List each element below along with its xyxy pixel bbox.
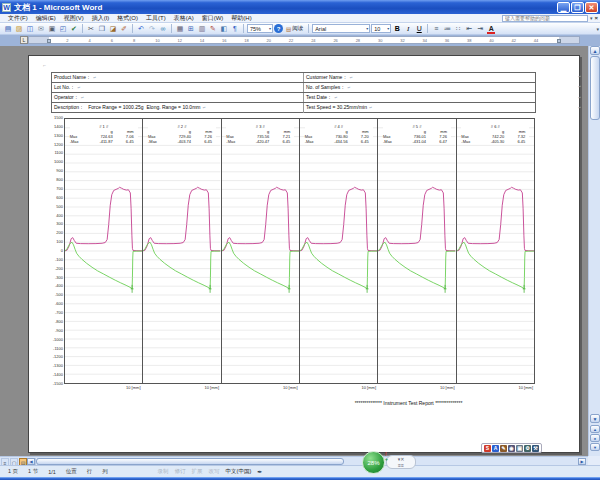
menu-help[interactable]: 帮助(H) bbox=[227, 15, 255, 21]
pen-tool-icon[interactable]: ✎ bbox=[500, 445, 507, 452]
bold-button[interactable]: B bbox=[392, 24, 402, 34]
menu-window[interactable]: 窗口(W) bbox=[198, 15, 228, 21]
minimize-button[interactable]: ▁ bbox=[557, 2, 570, 13]
wrench-tool-icon[interactable]: ⚒ bbox=[532, 445, 539, 452]
document-map-icon[interactable]: ◧ bbox=[219, 24, 229, 34]
cell-text: Operator： bbox=[54, 94, 79, 100]
status-toggle-改写[interactable]: 改写 bbox=[209, 468, 220, 475]
underline-button[interactable]: U bbox=[414, 24, 424, 34]
chevron-down-icon[interactable]: ▾ bbox=[387, 26, 389, 31]
table-cell-left[interactable]: Description： Force Range = 1000.25g Elon… bbox=[52, 103, 304, 113]
reading-layout-button[interactable]: ▤阅读 bbox=[284, 24, 305, 34]
status-toggle-录制[interactable]: 录制 bbox=[158, 468, 169, 475]
title-bar[interactable]: W 文档 1 - Microsoft Word ▁ ❐ ✕ bbox=[0, 0, 600, 14]
help-icon[interactable]: ? bbox=[274, 24, 283, 33]
menu-view[interactable]: 视图(V) bbox=[60, 15, 88, 21]
undo-icon[interactable]: ↶ bbox=[136, 24, 146, 34]
help-question-input[interactable] bbox=[502, 15, 588, 22]
drawing-icon[interactable]: ✎ bbox=[208, 24, 218, 34]
font-name-combobox[interactable]: Arial▾ bbox=[312, 24, 370, 33]
print-preview-icon[interactable]: ◰ bbox=[58, 24, 68, 34]
menu-tools[interactable]: 工具(T) bbox=[142, 15, 170, 21]
settings-tool-icon[interactable]: ⚙ bbox=[524, 445, 531, 452]
scroll-down-icon[interactable]: ▼ bbox=[590, 414, 600, 423]
floating-utility-toolbar[interactable]: SA✎◉▣⚙⚒ bbox=[481, 443, 542, 453]
status-toggle-扩展[interactable]: 扩展 bbox=[192, 468, 203, 475]
table-cell-left[interactable]: Operator：↵ bbox=[52, 93, 304, 102]
bullets-icon[interactable]: ∷ bbox=[453, 24, 463, 34]
format-painter-icon[interactable]: ✐ bbox=[119, 24, 129, 34]
menu-edit[interactable]: 编辑(E) bbox=[32, 15, 60, 21]
x-axis-end-label: 10 [mm] bbox=[221, 385, 300, 390]
font-size-combobox[interactable]: 10▾ bbox=[371, 24, 391, 33]
vertical-scroll-thumb[interactable] bbox=[590, 56, 600, 120]
scroll-up-icon[interactable]: ▲ bbox=[590, 46, 600, 55]
decrease-indent-icon[interactable]: ⇤ bbox=[464, 24, 474, 34]
scroll-right-icon[interactable]: ▶ bbox=[578, 458, 586, 465]
line-spacing-icon[interactable]: ≡ bbox=[431, 24, 441, 34]
spelling-icon[interactable]: ✔ bbox=[69, 24, 79, 34]
paste-icon[interactable]: ◪ bbox=[108, 24, 118, 34]
copy-icon[interactable]: ❐ bbox=[97, 24, 107, 34]
document-page[interactable]: ⌐ Product Name：↵Customer Name：↵Lot No.：↵… bbox=[28, 55, 580, 453]
vertical-scrollbar[interactable]: ▲ ▼ ▲ ● ▼ bbox=[588, 46, 600, 456]
scroll-left-icon[interactable]: ◀ bbox=[27, 458, 35, 465]
new-document-icon[interactable]: ▤ bbox=[3, 24, 13, 34]
columns-icon[interactable]: ▥ bbox=[197, 24, 207, 34]
table-row[interactable]: Description： Force Range = 1000.25g Elon… bbox=[52, 103, 535, 113]
menu-format[interactable]: 格式(O) bbox=[113, 15, 142, 21]
header-table[interactable]: Product Name：↵Customer Name：↵Lot No.：↵No… bbox=[51, 72, 536, 113]
table-row[interactable]: Lot No.：↵No. of Samples：↵ bbox=[52, 83, 535, 93]
ime-pill[interactable]: ▾✕ ≡≡ bbox=[386, 455, 416, 469]
show-hide-marks-icon[interactable]: ¶ bbox=[230, 24, 240, 34]
capture-icon[interactable]: ◉ bbox=[508, 445, 515, 452]
insert-table-icon[interactable]: ⊞ bbox=[186, 24, 196, 34]
panel-legend: # 6 #gmmMax742.207.32-Max-405.306.45 bbox=[461, 124, 529, 144]
menubar-close-icon[interactable]: × bbox=[594, 15, 598, 21]
toolbar-options-icon[interactable]: ▾ bbox=[596, 26, 599, 32]
hyperlink-icon[interactable]: ∞ bbox=[158, 24, 168, 34]
save-icon[interactable]: ◫ bbox=[25, 24, 35, 34]
window-tool-icon[interactable]: ▣ bbox=[516, 445, 523, 452]
open-icon[interactable]: ▨ bbox=[14, 24, 24, 34]
indent-marker-left[interactable] bbox=[47, 39, 51, 43]
horizontal-scroll-thumb[interactable] bbox=[36, 458, 344, 465]
zoom-combobox[interactable]: 75%▾ bbox=[247, 24, 273, 33]
table-cell-left[interactable]: Lot No.：↵ bbox=[52, 83, 304, 92]
italic-button[interactable]: I bbox=[403, 24, 413, 34]
menu-file[interactable]: 文件(F) bbox=[4, 15, 32, 21]
numbering-icon[interactable]: ≔ bbox=[442, 24, 452, 34]
tab-selector[interactable]: L bbox=[20, 36, 28, 44]
table-cell-right[interactable]: No. of Samples：↵ bbox=[304, 83, 535, 92]
chevron-down-icon[interactable]: ▾ bbox=[590, 15, 593, 21]
table-cell-left[interactable]: Product Name：↵ bbox=[52, 73, 304, 82]
status-toggle-修订[interactable]: 修订 bbox=[175, 468, 186, 475]
table-cell-right[interactable]: Test Date：↵ bbox=[304, 93, 535, 102]
table-row[interactable]: Operator：↵Test Date：↵ bbox=[52, 93, 535, 103]
snagit-icon[interactable]: S bbox=[484, 445, 491, 452]
redo-icon[interactable]: ↷ bbox=[147, 24, 157, 34]
previous-page-button[interactable]: ▲ bbox=[590, 425, 600, 433]
restore-button[interactable]: ❐ bbox=[571, 2, 584, 13]
email-icon[interactable]: ✉ bbox=[36, 24, 46, 34]
menu-table[interactable]: 表格(A) bbox=[170, 15, 198, 21]
close-button[interactable]: ✕ bbox=[585, 2, 598, 13]
tables-and-borders-icon[interactable]: ▦ bbox=[175, 24, 185, 34]
indent-marker-right[interactable] bbox=[557, 39, 561, 43]
cut-icon[interactable]: ✂ bbox=[86, 24, 96, 34]
select-browse-object-button[interactable]: ● bbox=[590, 434, 600, 442]
print-icon[interactable]: ▣ bbox=[47, 24, 57, 34]
font-color-button[interactable]: A bbox=[486, 24, 496, 34]
next-page-button[interactable]: ▼ bbox=[590, 443, 600, 451]
increase-indent-icon[interactable]: ⇥ bbox=[475, 24, 485, 34]
annotate-icon[interactable]: A bbox=[492, 445, 499, 452]
horizontal-scrollbar[interactable]: ≡▢▤☰◫ ◀ ▶ bbox=[0, 456, 588, 465]
table-cell-right[interactable]: Test Speed = 30.25mm/min↵ bbox=[304, 103, 535, 113]
chevron-down-icon[interactable]: ▾ bbox=[366, 26, 368, 31]
assistant-ball[interactable]: 28% bbox=[362, 451, 385, 474]
table-cell-right[interactable]: Customer Name：↵ bbox=[304, 73, 535, 82]
menu-insert[interactable]: 插入(I) bbox=[88, 15, 114, 21]
horizontal-ruler[interactable]: 2468101214161820222426283032343638404244 bbox=[28, 36, 580, 44]
chevron-down-icon[interactable]: ▾ bbox=[269, 26, 271, 31]
table-row[interactable]: Product Name：↵Customer Name：↵ bbox=[52, 73, 535, 83]
